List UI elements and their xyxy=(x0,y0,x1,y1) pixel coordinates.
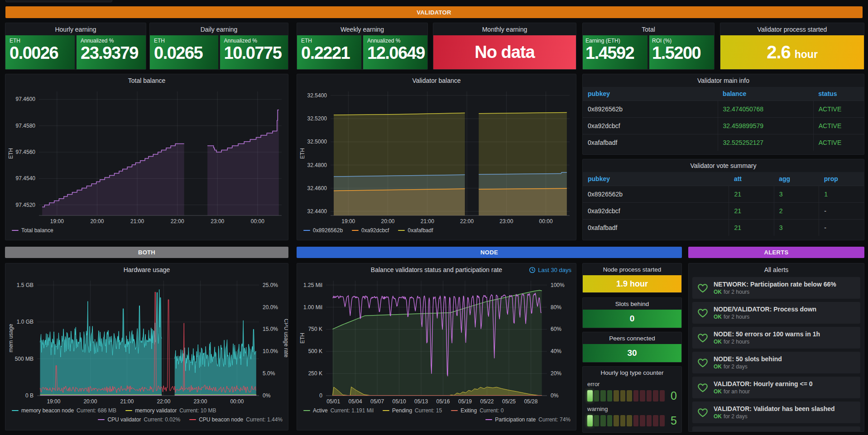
validator-main-info-table: pubkeybalancestatus0x8926562b32.47405076… xyxy=(583,87,864,151)
panel-title[interactable]: Total xyxy=(583,23,714,36)
table-cell: 2 xyxy=(774,203,819,220)
legend-series-label: memory validator xyxy=(135,406,177,415)
alert-row[interactable]: NODE: 50 slots behindOKfor 2 days xyxy=(692,352,860,373)
alert-row[interactable]: NETWORK: Participation rate below 66%OKf… xyxy=(692,277,860,299)
column-header[interactable]: pubkey xyxy=(583,172,729,186)
legend-item[interactable]: 0xa92dcbcf xyxy=(352,226,389,235)
panel-title[interactable]: Slots behind xyxy=(583,298,681,310)
alert-row[interactable]: NODE/VALIDATOR: Process downOKfor 2 hour… xyxy=(692,302,860,324)
alert-name: NETWORK: Participation rate below 66% xyxy=(714,281,836,288)
gauge-label: warning xyxy=(587,406,677,412)
legend-item[interactable]: 0x8926562b xyxy=(303,226,343,235)
row-banner-validator-label: VALIDATOR xyxy=(417,9,451,16)
legend-item[interactable]: memory beacon nodeCurrent: 686 MB xyxy=(12,406,116,415)
legend-item[interactable]: ActiveCurrent: 1.191 Mil xyxy=(303,406,374,415)
stat-daily-eth: ETH 0.0265 xyxy=(150,35,218,69)
balance-validators-chart[interactable]: 0250 K500 K750 K1.00 Mil1.25 Mil05/0105/… xyxy=(297,276,576,406)
panel-title[interactable]: Daily earning xyxy=(150,23,288,36)
column-header[interactable]: agg xyxy=(774,172,819,186)
column-header[interactable]: att xyxy=(729,172,774,186)
panel-title[interactable]: Monthly earning xyxy=(433,23,576,36)
legend-series-current: Current: 10 MB xyxy=(179,406,216,415)
total-balance-chart[interactable]: 97.452097.454097.456097.458097.460019:00… xyxy=(5,87,288,225)
legend-item[interactable]: ExitingCurrent: 0 xyxy=(451,406,504,415)
legend-item[interactable]: CPU validatorCurrent: 0.02% xyxy=(98,415,180,424)
svg-text:20%: 20% xyxy=(551,370,561,377)
svg-text:00:00: 00:00 xyxy=(251,218,264,225)
heart-icon xyxy=(697,357,709,368)
svg-text:250 K: 250 K xyxy=(308,370,322,377)
column-header[interactable]: prop xyxy=(819,172,864,186)
legend-item[interactable]: memory validatorCurrent: 10 MB xyxy=(125,406,216,415)
table-cell: 0xafafbadf xyxy=(583,134,718,151)
time-range-link[interactable]: Last 30 days xyxy=(529,263,571,276)
panel-title[interactable]: All alerts xyxy=(689,263,864,276)
legend-item[interactable]: 0xafafbadf xyxy=(398,226,433,235)
panel-title[interactable]: Hourly earning xyxy=(5,23,146,36)
stat-value: 1.9 hour xyxy=(616,279,648,289)
alert-row[interactable]: WARN NODE/VALIDATOR: The process just xyxy=(692,426,860,431)
stat-value: 1.4592 xyxy=(585,44,645,63)
legend-series-color xyxy=(303,230,310,231)
legend-item[interactable]: CPU beacon nodeCurrent: 1.44% xyxy=(189,415,283,424)
offscreen-panel-edge xyxy=(5,0,112,2)
stat-weekly-eth: ETH 0.2221 xyxy=(297,35,361,69)
panel-title[interactable]: Peers connected xyxy=(583,332,681,344)
stat-value: 0.0265 xyxy=(154,44,214,63)
legend-item[interactable]: Participation rateCurrent: 74% xyxy=(485,415,571,424)
alert-status: OKfor 2 days xyxy=(714,413,835,420)
row-banner-node[interactable]: NODE xyxy=(297,247,682,258)
svg-text:97.4520: 97.4520 xyxy=(16,202,36,208)
legend-item[interactable]: PendingCurrent: 15 xyxy=(383,406,442,415)
stat-value: 1.5200 xyxy=(652,44,711,63)
panel-title[interactable]: Validator process started xyxy=(720,23,864,36)
panel-title[interactable]: Node process started xyxy=(583,263,681,275)
svg-text:05/13: 05/13 xyxy=(414,398,428,405)
panel-title[interactable]: Validator balance xyxy=(297,74,576,87)
stat-value: 10.0775 xyxy=(224,44,284,63)
svg-text:32.5200: 32.5200 xyxy=(307,115,327,122)
row-banner-both[interactable]: BOTH xyxy=(5,247,288,258)
panel-title[interactable]: Validator main info xyxy=(583,74,864,87)
alert-row[interactable]: VALIDATOR: Validator has been slashedOKf… xyxy=(692,402,860,423)
panel-title[interactable]: Total balance xyxy=(5,74,288,87)
alert-row[interactable]: NODE: 50 errors or 100 warns in 1hOKfor … xyxy=(692,327,860,349)
hardware-usage-chart[interactable]: 0 B500 MB1.0 GB1.5 GB19:0020:0021:0022:0… xyxy=(5,276,288,406)
column-header[interactable]: status xyxy=(813,87,864,101)
panel-title[interactable]: Validator vote summary xyxy=(583,159,864,172)
panel-validator-main-info: Validator main info pubkeybalancestatus0… xyxy=(582,74,864,155)
panel-slots-behind: Slots behind 0 xyxy=(582,297,682,328)
legend-series-label: 0xa92dcbcf xyxy=(361,226,389,235)
row-banner-alerts[interactable]: ALERTS xyxy=(688,247,864,258)
gauge-cell xyxy=(594,415,599,426)
panel-title[interactable]: Weekly earning xyxy=(297,23,427,36)
column-header[interactable]: pubkey xyxy=(583,87,718,101)
panel-title[interactable]: Hardware usage xyxy=(5,263,288,276)
stat-total-earning-eth: Earning (ETH) 1.4592 xyxy=(583,35,647,69)
table-row: 0xafafbadf213- xyxy=(583,220,864,236)
svg-text:32.5400: 32.5400 xyxy=(307,92,327,99)
legend-item[interactable]: Total balance xyxy=(12,226,53,235)
svg-text:500 MB: 500 MB xyxy=(15,356,34,362)
heart-icon xyxy=(697,332,709,343)
svg-text:22:00: 22:00 xyxy=(157,398,170,405)
svg-text:ETH: ETH xyxy=(299,148,306,159)
svg-text:1.00 Mil: 1.00 Mil xyxy=(303,304,322,311)
svg-text:97.4540: 97.4540 xyxy=(16,175,36,182)
validator-vote-summary-table: pubkeyattaggprop0x8926562b21310xa92dcbcf… xyxy=(583,172,864,236)
svg-text:23:00: 23:00 xyxy=(211,218,224,225)
panel-hourly-log-counter: Hourly log type counter error0warning5 xyxy=(582,366,682,433)
column-header[interactable]: balance xyxy=(718,87,813,101)
row-banner-validator[interactable]: VALIDATOR xyxy=(5,6,863,18)
gauge-cell xyxy=(653,415,658,426)
stat-label: ETH xyxy=(301,38,357,44)
panel-balance-validators: Balance validators status and participat… xyxy=(297,263,576,430)
alert-row[interactable]: VALIDATOR: Hourly earning <= 0OKfor an h… xyxy=(692,377,860,398)
panel-peers-connected: Peers connected 30 xyxy=(582,332,682,363)
alert-name: NODE: 50 slots behind xyxy=(714,355,782,363)
panel-title[interactable]: Balance validators status and participat… xyxy=(297,263,576,276)
validator-balance-chart[interactable]: 32.440032.460032.480032.500032.520032.54… xyxy=(297,87,576,225)
panel-title[interactable]: Hourly log type counter xyxy=(583,367,681,378)
gauge-cell xyxy=(647,390,652,402)
svg-text:19:00: 19:00 xyxy=(341,218,355,225)
